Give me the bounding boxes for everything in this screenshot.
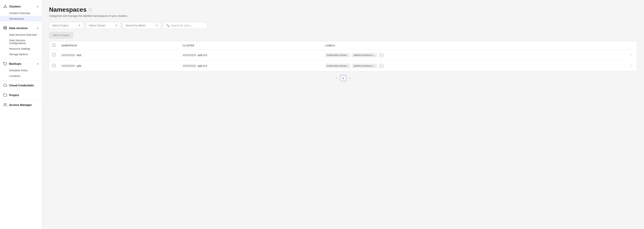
add-to-project-button[interactable]: Add to Project [49, 32, 73, 38]
table-header-row: NAMESPACE CLUSTER LABELS [49, 41, 637, 50]
data-services-chevron: ▲ [36, 27, 39, 29]
cloud-credentials-label: Cloud Credentials [9, 84, 34, 87]
cluster-suffix: -pds-2.0 [197, 54, 207, 57]
sidebar-item-access-manager[interactable]: Access Manager [0, 101, 42, 109]
select-project-chevron: ▼ [78, 24, 81, 27]
select-cluster-dropdown[interactable]: Select Cluster ▼ [86, 22, 120, 29]
pagination-page-1[interactable]: 1 [340, 75, 346, 81]
clusters-icon [3, 4, 7, 8]
namespaces-table-container: NAMESPACE CLUSTER LABELS -test [49, 41, 637, 71]
search-labels-text: Search by labels [126, 24, 146, 27]
label-badge-1[interactable]: kubernetes.io/meta... [325, 64, 350, 68]
svg-point-1 [4, 7, 4, 8]
sidebar: Clusters ▲ Clusters Overview Namespaces [0, 0, 42, 229]
access-manager-label: Access Manager [9, 103, 32, 106]
cluster-cell: -pds-2.0 [180, 60, 322, 71]
pagination-next[interactable]: › [348, 76, 352, 81]
clusters-group-label: Clusters [9, 5, 21, 8]
select-project-label: Select Project [52, 24, 68, 27]
namespace-redacted [62, 65, 75, 67]
row-checkbox-1[interactable] [52, 64, 56, 67]
namespace-cell: -test [58, 50, 180, 60]
label-more[interactable]: ... [379, 64, 384, 68]
namespace-redacted [62, 54, 75, 56]
backups-chevron: ▲ [36, 62, 39, 65]
toolbar: Add to Project [49, 32, 637, 38]
clusters-chevron: ▲ [36, 5, 39, 8]
search-labels-help-icon: ⓘ [156, 24, 158, 27]
search-name-filter[interactable]: 🔍 [163, 22, 207, 29]
row-checkbox-0[interactable] [52, 53, 56, 56]
cluster-redacted [182, 65, 196, 67]
search-labels-filter[interactable]: Search by labels ⓘ [123, 22, 161, 29]
svg-point-7 [4, 103, 5, 105]
label-badge-2[interactable]: platform.portworx.c... [352, 53, 377, 57]
labels-cell: kubernetes.io/meta... platform.portworx.… [322, 50, 625, 60]
header-namespace: NAMESPACE [58, 41, 180, 50]
select-project-dropdown[interactable]: Select Project ▼ [49, 22, 84, 29]
sidebar-section-clusters: Clusters ▲ Clusters Overview Namespaces [0, 2, 42, 21]
search-name-icon: 🔍 [166, 24, 170, 27]
cluster-cell: -pds-2.0 [180, 50, 322, 60]
table-row: -pds -pds-2.0 kubernetes.io/meta... plat… [49, 60, 637, 71]
page-subtitle: Categorize and manage the labelled names… [49, 14, 637, 17]
sidebar-item-schedule-policy[interactable]: Schedule Policy [0, 68, 42, 73]
sidebar-item-data-services-configs[interactable]: Data Services Configurations [0, 37, 42, 46]
sidebar-item-data-services-overview[interactable]: Data Services Overview [0, 32, 42, 37]
page-title-row: Namespaces ⓘ [49, 6, 637, 13]
sidebar-section-backups: Backups ▲ Schedule Policy Locations [0, 59, 42, 79]
data-services-group-label: Data services [9, 26, 28, 30]
label-badge-2[interactable]: platform.portworx.c... [352, 64, 377, 68]
pagination-prev[interactable]: ‹ [334, 76, 338, 81]
pagination: ‹ 1 › [49, 71, 637, 85]
select-all-checkbox[interactable] [52, 44, 56, 47]
select-cluster-label: Select Cluster [89, 24, 106, 27]
backups-icon [3, 61, 7, 66]
project-icon [3, 93, 7, 97]
sidebar-item-namespaces[interactable]: Namespaces [0, 16, 42, 21]
namespace-cell: -pds [58, 60, 180, 71]
sidebar-item-clusters-overview[interactable]: Clusters Overview [0, 10, 42, 16]
sidebar-item-locations[interactable]: Locations [0, 73, 42, 79]
sidebar-item-storage-options[interactable]: Storage Options [0, 51, 42, 57]
data-services-icon [3, 26, 7, 30]
namespaces-table: NAMESPACE CLUSTER LABELS -test [49, 41, 637, 71]
sidebar-item-cloud-credentials[interactable]: Cloud Credentials [0, 81, 42, 89]
label-more[interactable]: ... [379, 53, 384, 57]
header-labels: LABELS [322, 41, 625, 50]
filters-row: Select Project ▼ Select Cluster ▼ Search… [49, 22, 637, 29]
row-checkbox-cell [49, 60, 58, 71]
sidebar-group-data-services[interactable]: Data services ▲ [0, 24, 42, 32]
label-badge-1[interactable]: kubernetes.io/meta... [325, 53, 350, 57]
select-cluster-chevron: ▼ [115, 24, 118, 27]
header-actions-col [625, 41, 637, 50]
row-menu-button-1[interactable]: ⋮ [628, 63, 634, 68]
sidebar-item-project[interactable]: Project [0, 91, 42, 99]
namespace-suffix: -pds [76, 64, 81, 67]
namespace-suffix: -test [76, 54, 81, 57]
sidebar-item-resource-settings[interactable]: Resource Settings [0, 46, 42, 51]
backups-group-label: Backups [9, 62, 21, 65]
svg-point-6 [4, 26, 7, 27]
cluster-suffix: -pds-2.0 [197, 64, 207, 67]
row-action-cell: ⋮ [625, 60, 637, 71]
row-menu-button-0[interactable]: ⋮ [628, 52, 634, 58]
sidebar-group-backups[interactable]: Backups ▲ [0, 59, 42, 68]
sidebar-section-data-services: Data services ▲ Data Services Overview D… [0, 24, 42, 57]
row-checkbox-cell [49, 50, 58, 60]
sidebar-group-clusters[interactable]: Clusters ▲ [0, 2, 42, 10]
cloud-credentials-icon [3, 83, 7, 87]
cluster-redacted [182, 54, 196, 56]
table-row: -test -pds-2.0 kubernetes.io/meta... pla… [49, 50, 637, 60]
search-name-input[interactable] [171, 24, 204, 27]
svg-line-5 [5, 6, 6, 7]
row-action-cell: ⋮ [625, 50, 637, 60]
header-cluster: CLUSTER [180, 41, 322, 50]
labels-cell: kubernetes.io/meta... platform.portworx.… [322, 60, 625, 71]
help-icon[interactable]: ⓘ [88, 7, 92, 12]
svg-line-4 [4, 6, 5, 7]
main-content: Namespaces ⓘ Categorize and manage the l… [42, 0, 644, 229]
project-label: Project [9, 93, 19, 97]
header-checkbox-col [49, 41, 58, 50]
access-manager-icon [3, 103, 7, 107]
